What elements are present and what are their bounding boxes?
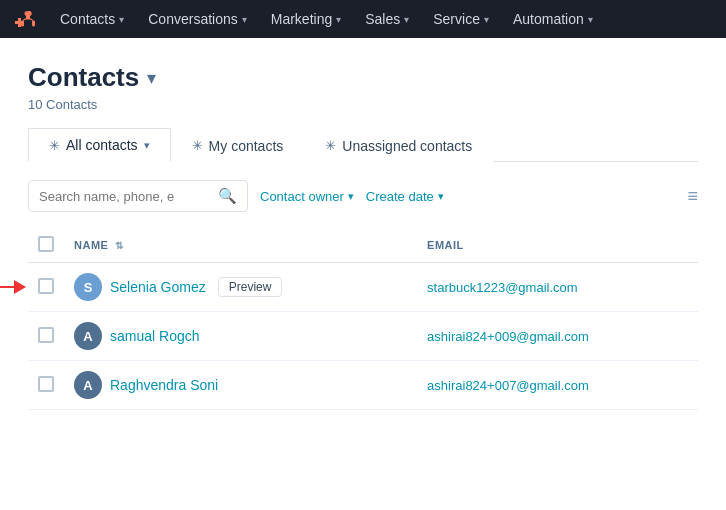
- tab-label: My contacts: [209, 138, 284, 154]
- select-all-checkbox[interactable]: [38, 236, 54, 252]
- row-checkbox-cell: [28, 361, 64, 410]
- create-date-label: Create date: [366, 189, 434, 204]
- nav-item-automation[interactable]: Automation▾: [501, 0, 605, 38]
- row-checkbox[interactable]: [38, 327, 54, 343]
- nav-caret: ▾: [242, 14, 247, 25]
- nav-label: Contacts: [60, 11, 115, 27]
- contact-name[interactable]: Raghvendra Soni: [110, 377, 218, 393]
- create-date-filter[interactable]: Create date ▾: [366, 189, 444, 204]
- nav-label: Conversations: [148, 11, 238, 27]
- table-row: S Selenia Gomez Preview starbuck1223@gma…: [28, 263, 698, 312]
- nav-label: Service: [433, 11, 480, 27]
- contact-avatar: A: [74, 322, 102, 350]
- svg-point-0: [27, 11, 32, 16]
- row-checkbox-cell: [28, 263, 64, 312]
- nav-caret: ▾: [484, 14, 489, 25]
- contact-owner-filter[interactable]: Contact owner ▾: [260, 189, 354, 204]
- name-cell-inner: A samual Rogch: [74, 322, 407, 350]
- table-row: A Raghvendra Soni ashirai824+007@gmail.c…: [28, 361, 698, 410]
- tab-all-contacts[interactable]: ✳ All contacts ▾: [28, 128, 171, 162]
- search-input[interactable]: [39, 189, 218, 204]
- nav-item-marketing[interactable]: Marketing▾: [259, 0, 353, 38]
- tabs-bar: ✳ All contacts ▾ ✳ My contacts ✳ Unassig…: [28, 128, 698, 162]
- page-title-row: Contacts ▾: [28, 62, 698, 93]
- select-all-header[interactable]: [28, 228, 64, 263]
- row-checkbox[interactable]: [38, 376, 54, 392]
- nav-label: Sales: [365, 11, 400, 27]
- tab-caret: ▾: [144, 139, 150, 152]
- row-checkbox[interactable]: [38, 278, 54, 294]
- nav-label: Automation: [513, 11, 584, 27]
- row-checkbox-cell: [28, 312, 64, 361]
- tab-pin-icon: ✳: [49, 138, 60, 153]
- create-date-caret: ▾: [438, 190, 444, 203]
- title-dropdown-icon[interactable]: ▾: [147, 67, 156, 89]
- tab-unassigned-contacts[interactable]: ✳ Unassigned contacts: [304, 128, 493, 162]
- contact-avatar: S: [74, 273, 102, 301]
- contact-owner-label: Contact owner: [260, 189, 344, 204]
- contact-email[interactable]: ashirai824+007@gmail.com: [427, 378, 589, 393]
- contact-owner-caret: ▾: [348, 190, 354, 203]
- name-column-label: NAME: [74, 239, 108, 251]
- email-cell: ashirai824+007@gmail.com: [417, 361, 698, 410]
- page-content: Contacts ▾ 10 Contacts ✳ All contacts ▾ …: [0, 38, 726, 434]
- nav-item-conversations[interactable]: Conversations▾: [136, 0, 259, 38]
- name-cell: A samual Rogch: [64, 312, 417, 361]
- search-icon: 🔍: [218, 187, 237, 205]
- table-header-row: NAME ⇅ EMAIL: [28, 228, 698, 263]
- page-title: Contacts: [28, 62, 139, 93]
- contact-email[interactable]: ashirai824+009@gmail.com: [427, 329, 589, 344]
- nav-items: Contacts▾Conversations▾Marketing▾Sales▾S…: [48, 0, 605, 38]
- search-box[interactable]: 🔍: [28, 180, 248, 212]
- tab-my-contacts[interactable]: ✳ My contacts: [171, 128, 305, 162]
- email-cell: starbuck1223@gmail.com: [417, 263, 698, 312]
- tab-label: All contacts: [66, 137, 138, 153]
- nav-caret: ▾: [404, 14, 409, 25]
- contact-email[interactable]: starbuck1223@gmail.com: [427, 280, 577, 295]
- nav-item-service[interactable]: Service▾: [421, 0, 501, 38]
- nav-caret: ▾: [588, 14, 593, 25]
- tab-pin-icon: ✳: [325, 138, 336, 153]
- contact-name[interactable]: samual Rogch: [110, 328, 200, 344]
- toolbar: 🔍 Contact owner ▾ Create date ▾ ≡: [28, 180, 698, 212]
- name-cell: S Selenia Gomez Preview: [64, 263, 417, 312]
- name-cell-inner: A Raghvendra Soni: [74, 371, 407, 399]
- contact-avatar: A: [74, 371, 102, 399]
- row-arrow-indicator: [0, 280, 26, 294]
- name-cell: A Raghvendra Soni: [64, 361, 417, 410]
- preview-button[interactable]: Preview: [218, 277, 283, 297]
- navbar: Contacts▾Conversations▾Marketing▾Sales▾S…: [0, 0, 726, 38]
- tab-pin-icon: ✳: [192, 138, 203, 153]
- name-column-header[interactable]: NAME ⇅: [64, 228, 417, 263]
- nav-label: Marketing: [271, 11, 332, 27]
- contact-name[interactable]: Selenia Gomez: [110, 279, 206, 295]
- email-cell: ashirai824+009@gmail.com: [417, 312, 698, 361]
- email-column-header: EMAIL: [417, 228, 698, 263]
- name-sort-icon: ⇅: [115, 240, 124, 251]
- nav-caret: ▾: [336, 14, 341, 25]
- columns-icon[interactable]: ≡: [687, 186, 698, 207]
- contacts-table-body: S Selenia Gomez Preview starbuck1223@gma…: [28, 263, 698, 410]
- hubspot-logo[interactable]: [8, 3, 40, 35]
- contacts-count: 10 Contacts: [28, 97, 698, 112]
- table-row: A samual Rogch ashirai824+009@gmail.com: [28, 312, 698, 361]
- nav-item-contacts[interactable]: Contacts▾: [48, 0, 136, 38]
- contacts-table: NAME ⇅ EMAIL: [28, 228, 698, 410]
- email-column-label: EMAIL: [427, 239, 464, 251]
- contacts-table-wrap: NAME ⇅ EMAIL: [28, 228, 698, 410]
- nav-item-sales[interactable]: Sales▾: [353, 0, 421, 38]
- toolbar-end: ≡: [687, 186, 698, 207]
- name-cell-inner: S Selenia Gomez Preview: [74, 273, 407, 301]
- nav-caret: ▾: [119, 14, 124, 25]
- tab-label: Unassigned contacts: [342, 138, 472, 154]
